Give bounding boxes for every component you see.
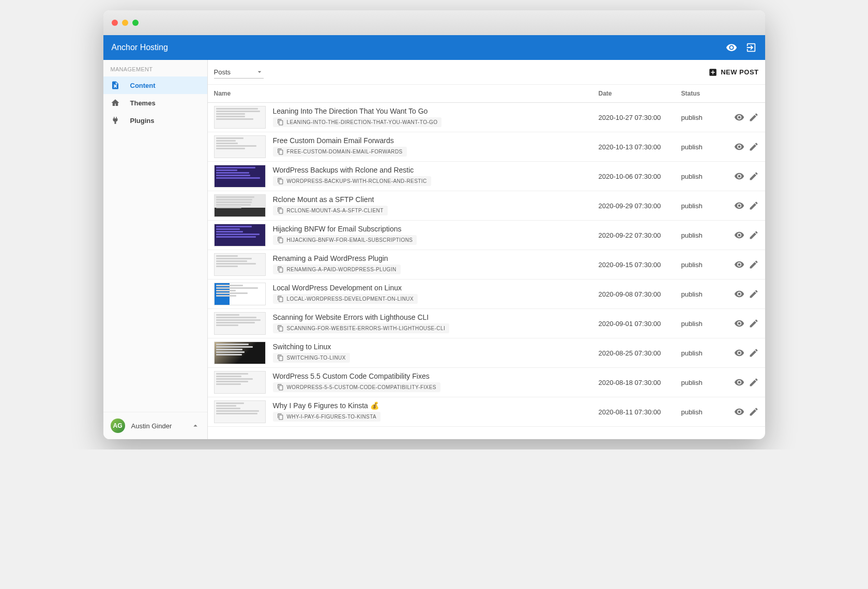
slug-chip[interactable]: SCANNING-FOR-WEBSITE-ERRORS-WITH-LIGHTHO… [273, 323, 450, 333]
view-icon[interactable] [734, 112, 744, 122]
post-title: Switching to Linux [273, 343, 599, 351]
slug-chip[interactable]: HIJACKING-BNFW-FOR-EMAIL-SUBSCRIPTIONS [273, 235, 417, 245]
post-status: publish [681, 173, 723, 180]
edit-icon[interactable] [749, 318, 759, 329]
table-header: Name Date Status [208, 85, 765, 103]
view-icon[interactable] [734, 142, 744, 152]
row-actions [723, 289, 759, 299]
edit-icon[interactable] [749, 230, 759, 240]
view-icon[interactable] [734, 200, 744, 211]
copy-icon[interactable] [277, 384, 284, 391]
window-close-button[interactable] [112, 20, 118, 26]
copy-icon[interactable] [277, 266, 284, 273]
table-row: WordPress 5.5 Custom Code Compatibility … [208, 368, 765, 397]
edit-icon[interactable] [749, 112, 759, 122]
table-row: Scanning for Website Errors with Lightho… [208, 309, 765, 338]
add-box-icon [708, 68, 718, 77]
edit-icon[interactable] [749, 259, 759, 270]
slug-chip[interactable]: FREE-CUSTOM-DOMAIN-EMAIL-FORWARDS [273, 147, 407, 157]
post-info: Scanning for Website Errors with Lightho… [273, 313, 599, 334]
sidebar-item-label: Plugins [130, 117, 155, 125]
post-title: WordPress 5.5 Custom Code Compatibility … [273, 372, 599, 380]
post-info: Leaning Into The Direction That You Want… [273, 107, 599, 128]
slug-text: WHY-I-PAY-6-FIGURES-TO-KINSTA [287, 414, 376, 420]
edit-icon[interactable] [749, 407, 759, 417]
copy-icon[interactable] [277, 178, 284, 184]
post-thumbnail [214, 283, 266, 305]
post-title: Rclone Mount as a SFTP Client [273, 195, 599, 204]
view-icon[interactable] [734, 348, 744, 358]
slug-chip[interactable]: RCLONE-MOUNT-AS-A-SFTP-CLIENT [273, 206, 388, 215]
view-icon[interactable] [734, 259, 744, 270]
exit-icon[interactable] [745, 42, 757, 53]
slug-chip[interactable]: WORDPRESS-BACKUPS-WITH-RCLONE-AND-RESTIC [273, 176, 431, 186]
edit-icon[interactable] [749, 289, 759, 299]
post-status: publish [681, 261, 723, 269]
post-title: Hijacking BNFW for Email Subscriptions [273, 225, 599, 233]
row-actions [723, 200, 759, 211]
table-row: Renaming a Paid WordPress PluginRENAMING… [208, 250, 765, 280]
copy-icon[interactable] [277, 207, 284, 214]
view-icon[interactable] [734, 407, 744, 417]
column-name: Name [214, 90, 599, 97]
slug-chip[interactable]: LOCAL-WORDPRESS-DEVELOPMENT-ON-LINUX [273, 294, 418, 304]
main-content: Posts NEW POST Name Date Status Leaning … [208, 60, 765, 439]
content-type-select[interactable]: Posts [214, 66, 264, 79]
view-icon[interactable] [734, 377, 744, 388]
slug-chip[interactable]: RENAMING-A-PAID-WORDPRESS-PLUGIN [273, 265, 401, 274]
window-minimize-button[interactable] [122, 20, 128, 26]
post-date: 2020-09-22 07:30:00 [599, 231, 681, 239]
post-status: publish [681, 114, 723, 121]
user-name: Austin Ginder [131, 422, 172, 430]
post-date: 2020-09-29 07:30:00 [599, 202, 681, 210]
post-info: Renaming a Paid WordPress PluginRENAMING… [273, 254, 599, 275]
edit-icon[interactable] [749, 200, 759, 211]
row-actions [723, 112, 759, 122]
view-icon[interactable] [734, 289, 744, 299]
post-title: WordPress Backups with Rclone and Restic [273, 166, 599, 174]
slug-chip[interactable]: SWITCHING-TO-LINUX [273, 353, 350, 363]
new-post-button[interactable]: NEW POST [708, 68, 758, 77]
row-actions [723, 171, 759, 181]
row-actions [723, 259, 759, 270]
slug-chip[interactable]: WORDPRESS-5-5-CUSTOM-CODE-COMPATIBILITY-… [273, 382, 440, 392]
view-icon[interactable] [734, 171, 744, 181]
edit-icon[interactable] [749, 377, 759, 388]
titlebar [103, 10, 765, 35]
table-row: Rclone Mount as a SFTP ClientRCLONE-MOUN… [208, 191, 765, 221]
post-thumbnail [214, 135, 266, 158]
post-status: publish [681, 379, 723, 386]
sidebar-item-plugins[interactable]: Plugins [103, 112, 207, 129]
edit-icon[interactable] [749, 348, 759, 358]
post-date: 2020-08-18 07:30:00 [599, 379, 681, 386]
view-icon[interactable] [734, 230, 744, 240]
slug-chip[interactable]: LEANING-INTO-THE-DIRECTION-THAT-YOU-WANT… [273, 117, 442, 127]
slug-text: LEANING-INTO-THE-DIRECTION-THAT-YOU-WANT… [287, 119, 438, 125]
edit-icon[interactable] [749, 142, 759, 152]
copy-icon[interactable] [277, 237, 284, 243]
edit-icon[interactable] [749, 171, 759, 181]
post-title: Renaming a Paid WordPress Plugin [273, 254, 599, 262]
post-thumbnail [214, 400, 266, 423]
select-value: Posts [214, 68, 231, 76]
sidebar-item-themes[interactable]: Themes [103, 94, 207, 112]
copy-icon[interactable] [277, 119, 284, 126]
slug-chip[interactable]: WHY-I-PAY-6-FIGURES-TO-KINSTA [273, 412, 380, 422]
sidebar-item-content[interactable]: Content [103, 76, 207, 94]
user-menu[interactable]: AG Austin Ginder [103, 412, 207, 439]
row-actions [723, 377, 759, 388]
visibility-icon[interactable] [726, 42, 737, 53]
post-thumbnail [214, 253, 266, 276]
window-zoom-button[interactable] [132, 20, 139, 26]
post-date: 2020-09-01 07:30:00 [599, 320, 681, 328]
copy-icon[interactable] [277, 325, 284, 332]
copy-icon[interactable] [277, 296, 284, 302]
copy-icon[interactable] [277, 354, 284, 361]
table-row: Why I Pay 6 Figures to Kinsta 💰WHY-I-PAY… [208, 397, 765, 427]
copy-icon[interactable] [277, 148, 284, 155]
copy-icon[interactable] [277, 413, 284, 420]
table-row: Switching to LinuxSWITCHING-TO-LINUX2020… [208, 338, 765, 368]
sidebar-item-label: Content [130, 82, 156, 89]
sidebar: MANAGEMENT Content Themes Plugins AG Aus… [103, 60, 208, 439]
view-icon[interactable] [734, 318, 744, 329]
